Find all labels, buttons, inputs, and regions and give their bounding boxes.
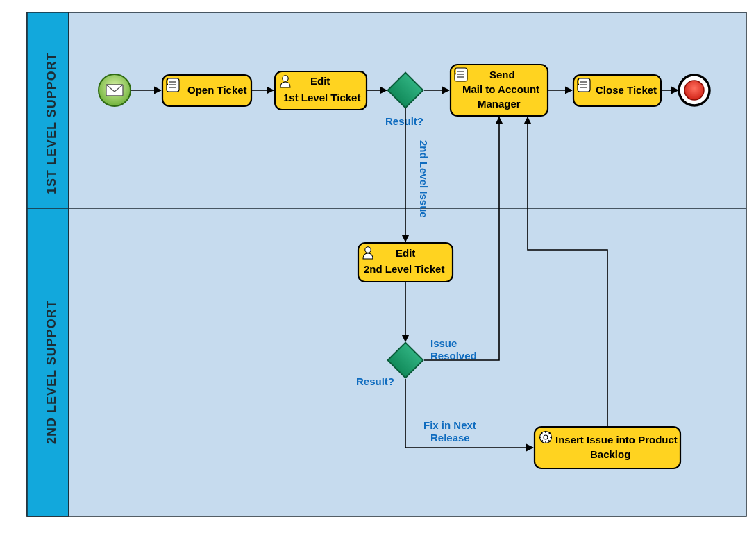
start-event[interactable] bbox=[99, 74, 131, 106]
svg-text:Issue: Issue bbox=[430, 337, 457, 349]
svg-text:2nd Level Ticket: 2nd Level Ticket bbox=[364, 263, 444, 275]
svg-text:Edit: Edit bbox=[396, 247, 415, 259]
flow-gw1-down-label: 2nd Level Issue bbox=[418, 140, 430, 218]
task-close-ticket-label: Close Ticket bbox=[596, 84, 657, 96]
svg-point-8 bbox=[283, 76, 288, 81]
svg-text:Send: Send bbox=[489, 69, 515, 81]
svg-rect-30 bbox=[535, 427, 680, 468]
task-edit-2nd-level[interactable]: Edit 2nd Level Ticket bbox=[358, 243, 453, 282]
gateway-1-label: Result? bbox=[385, 115, 423, 127]
task-close-ticket[interactable]: Close Ticket bbox=[573, 75, 661, 106]
svg-point-26 bbox=[365, 247, 371, 253]
end-event[interactable] bbox=[679, 75, 709, 105]
svg-text:Backlog: Backlog bbox=[590, 448, 630, 460]
lane-2-label: 2ND LEVEL SUPPORT bbox=[44, 300, 58, 444]
svg-text:Mail to Account: Mail to Account bbox=[462, 83, 539, 95]
svg-text:Manager: Manager bbox=[478, 98, 521, 110]
svg-text:Release: Release bbox=[430, 432, 470, 443]
task-open-ticket[interactable]: Open Ticket bbox=[162, 75, 251, 106]
svg-text:Resolved: Resolved bbox=[430, 350, 477, 362]
script-icon bbox=[578, 78, 590, 92]
svg-text:Insert Issue into Product: Insert Issue into Product bbox=[555, 434, 678, 446]
svg-point-40 bbox=[544, 435, 548, 439]
task-insert-backlog[interactable]: Insert Issue into Product Backlog bbox=[535, 427, 680, 468]
svg-text:Fix in Next: Fix in Next bbox=[423, 419, 476, 431]
task-send-mail[interactable]: Send Mail to Account Manager bbox=[451, 65, 548, 116]
bpmn-diagram: 1ST LEVEL SUPPORT 2ND LEVEL SUPPORT Open… bbox=[0, 0, 756, 533]
task-open-ticket-label: Open Ticket bbox=[187, 84, 247, 96]
svg-text:1st Level Ticket: 1st Level Ticket bbox=[283, 92, 360, 103]
svg-point-24 bbox=[684, 81, 704, 100]
service-icon bbox=[539, 431, 552, 443]
lane-1-label: 1ST LEVEL SUPPORT bbox=[44, 52, 58, 194]
script-icon bbox=[167, 78, 179, 92]
svg-text:Edit: Edit bbox=[310, 75, 330, 87]
gateway-2-label: Result? bbox=[356, 375, 394, 387]
script-icon bbox=[455, 68, 467, 81]
task-edit-1st-level[interactable]: Edit 1st Level Ticket bbox=[275, 71, 367, 110]
mail-icon bbox=[106, 85, 123, 96]
